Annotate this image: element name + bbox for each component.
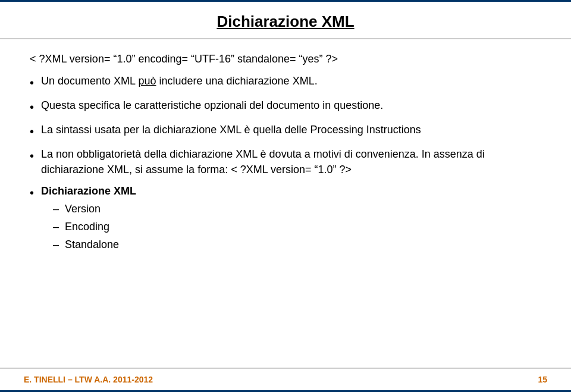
footer-page: 15 [538,375,547,384]
dash-icon: – [53,201,59,217]
list-item: – Encoding [53,219,541,234]
bullet-icon: • [30,98,34,116]
list-item: • La non obbligatorietà della dichiarazi… [30,146,541,177]
bullet-icon: • [30,123,34,140]
list-item: – Standalone [53,237,541,252]
bullet-list: • Un documento XML può includere una dic… [30,73,541,255]
list-item: • Un documento XML può includere una dic… [30,73,541,92]
footer-left: E. TINELLI – LTW A.A. 2011-2012 [24,375,153,384]
sub-list: – Version – Encoding – Standalone [53,201,541,252]
list-item: • Questa specifica le caratteristiche op… [30,98,541,116]
slide-footer: E. TINELLI – LTW A.A. 2011-2012 15 [0,368,571,390]
dichiarazione-xml-label: Dichiarazione XML [41,185,136,197]
slide-header: Dichiarazione XML [0,2,571,39]
slide-container: Dichiarazione XML < ?XML version= “1.0” … [0,0,571,392]
sub-item-encoding: Encoding [65,219,109,234]
bullet-text-3b: La non obbligatorietà della dichiarazion… [41,146,541,177]
underline-word: può [138,75,156,87]
sub-item-standalone: Standalone [65,237,119,252]
bullet-icon: • [30,74,34,92]
slide-title: Dichiarazione XML [24,12,547,31]
bullet-text-3a: La sintassi usata per la dichiarazione X… [41,122,541,137]
bullet-icon: • [30,184,34,202]
bullet-text-1: Un documento XML può includere una dichi… [41,73,541,89]
dash-icon: – [53,237,59,252]
code-line: < ?XML version= “1.0” encoding= “UTF-16”… [30,51,541,67]
bullet-text-4: Dichiarazione XML – Version – Encoding – [41,183,541,255]
dash-icon: – [53,219,59,234]
bullet-icon: • [30,147,34,165]
list-item: • Dichiarazione XML – Version – Encoding [30,183,541,255]
list-item: – Version [53,201,541,217]
list-item: • La sintassi usata per la dichiarazione… [30,122,541,140]
bullet-text-2: Questa specifica le caratteristiche opzi… [41,98,541,113]
slide-content: < ?XML version= “1.0” encoding= “UTF-16”… [0,39,571,368]
sub-item-version: Version [65,201,101,217]
